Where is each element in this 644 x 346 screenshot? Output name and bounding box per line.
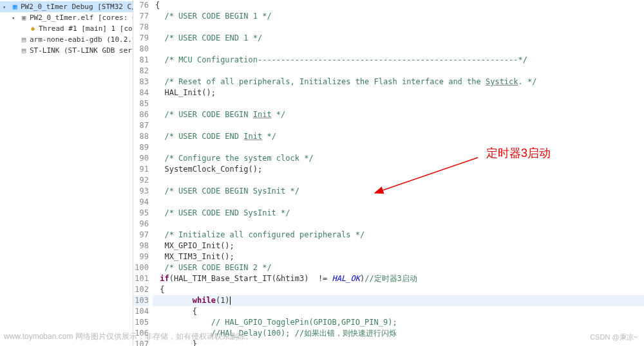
line-number: 76 (133, 0, 149, 11)
line-number: 95 (133, 208, 149, 219)
code-line[interactable] (153, 98, 644, 109)
line-number: 98 (133, 241, 149, 251)
code-line[interactable]: HAL_Init(); (153, 87, 644, 98)
collapse-icon[interactable]: ▾ (3, 4, 9, 10)
code-line[interactable] (153, 66, 644, 77)
code-line[interactable]: if(HAL_TIM_Base_Start_IT(&htim3) != HAL_… (153, 273, 644, 284)
code-line[interactable]: while(1) (153, 295, 644, 306)
line-number: 88 (133, 131, 149, 142)
tree-item-label: ST-LINK (ST-LINK GDB server) (30, 46, 133, 55)
code-area[interactable]: { /* USER CODE BEGIN 1 */ /* USER CODE E… (153, 0, 644, 346)
tree-item-label: PW2_0_tImer Debug [STM32 C/C++ Applic (21, 3, 133, 11)
debug-tree-item[interactable]: ▾▣PW2_0_tImer.elf [cores: 0] (0, 12, 133, 23)
code-line[interactable]: { (153, 306, 644, 317)
line-number: 90 (133, 153, 149, 164)
debug-view-sidebar[interactable]: ▾▦PW2_0_tImer Debug [STM32 C/C++ Applic▾… (0, 0, 133, 346)
terminal-icon: ▤ (20, 36, 28, 44)
line-number: 93 (133, 186, 149, 197)
code-line[interactable]: /* USER CODE BEGIN 1 */ (153, 11, 644, 22)
line-number: 97 (133, 230, 149, 241)
code-line[interactable]: { (153, 284, 644, 295)
line-number: 105 (133, 317, 149, 328)
code-line[interactable]: /* Initialize all configured peripherals… (153, 230, 644, 241)
code-line[interactable]: /* Reset of all peripherals, Initializes… (153, 77, 644, 87)
code-line[interactable]: /* USER CODE END 1 */ (153, 33, 644, 44)
line-number: 92 (133, 175, 149, 186)
line-number: 101 (133, 273, 149, 284)
debug-tree-item[interactable]: ▤arm-none-eabi-gdb (10.2.90.20210621) (0, 34, 133, 45)
collapse-icon[interactable]: ▾ (12, 15, 18, 21)
code-line[interactable]: /* USER CODE BEGIN 2 */ (153, 262, 644, 273)
code-line[interactable] (153, 219, 644, 230)
code-line[interactable]: MX_TIM3_Init(); (153, 251, 644, 262)
line-number: 102 (133, 284, 149, 295)
line-number: 79 (133, 33, 149, 44)
line-number: 80 (133, 44, 149, 55)
watermark-left: www.toymoban.com 网络图片仅供展示，非存储，如有侵权请联系删除。 (4, 331, 253, 342)
code-line[interactable]: /* MCU Configuration--------------------… (153, 55, 644, 66)
code-line[interactable]: SystemClock_Config(); (153, 164, 644, 175)
code-line[interactable] (153, 175, 644, 186)
line-number: 104 (133, 306, 149, 317)
line-number: 85 (133, 98, 149, 109)
code-line[interactable]: /* USER CODE BEGIN Init */ (153, 109, 644, 120)
line-number: 94 (133, 197, 149, 208)
thread-icon: ◆ (29, 25, 37, 33)
code-line[interactable] (153, 22, 644, 33)
line-number: 91 (133, 164, 149, 175)
code-line[interactable]: // HAL_GPIO_TogglePin(GPIOB,GPIO_PIN_9); (153, 317, 644, 328)
code-line[interactable] (153, 120, 644, 131)
watermark-right: CSDN @秉凉~ (590, 332, 638, 342)
line-number: 89 (133, 142, 149, 153)
code-line[interactable]: /* USER CODE END Init */ (153, 131, 644, 142)
line-number: 83 (133, 77, 149, 87)
debug-config-icon: ▦ (11, 3, 19, 11)
code-line[interactable]: MX_GPIO_Init(); (153, 241, 644, 251)
code-line[interactable]: /* USER CODE END SysInit */ (153, 208, 644, 219)
code-editor[interactable]: 7677787980818283848586878889909192939495… (133, 0, 644, 346)
debug-tree-item[interactable]: ▤ST-LINK (ST-LINK GDB server) (0, 45, 133, 56)
text-cursor (230, 296, 231, 305)
line-number: 84 (133, 87, 149, 98)
line-number: 82 (133, 66, 149, 77)
code-line[interactable] (153, 44, 644, 55)
line-number: 96 (133, 219, 149, 230)
chip-icon: ▣ (20, 14, 28, 22)
line-number: 100 (133, 262, 149, 273)
code-line[interactable]: /* USER CODE BEGIN SysInit */ (153, 186, 644, 197)
code-line[interactable]: { (153, 0, 644, 11)
code-line[interactable]: /* Configure the system clock */ (153, 153, 644, 164)
line-number: 87 (133, 120, 149, 131)
tree-item-label: PW2_0_tImer.elf [cores: 0] (30, 14, 133, 22)
line-number: 81 (133, 55, 149, 66)
code-line[interactable] (153, 142, 644, 153)
annotation-label: 定时器3启动 (486, 148, 551, 159)
tree-item-label: Thread #1 [main] 1 [core: 0] (Running (39, 24, 133, 33)
debug-tree-item[interactable]: ◆Thread #1 [main] 1 [core: 0] (Running (0, 23, 133, 34)
tree-item-label: arm-none-eabi-gdb (10.2.90.20210621) (30, 35, 133, 44)
line-number: 86 (133, 109, 149, 120)
line-number: 103 (133, 295, 149, 306)
debug-tree-item[interactable]: ▾▦PW2_0_tImer Debug [STM32 C/C++ Applic (0, 1, 133, 12)
line-number-gutter: 7677787980818283848586878889909192939495… (133, 0, 153, 346)
line-number: 99 (133, 251, 149, 262)
line-number: 78 (133, 22, 149, 33)
terminal-icon: ▤ (20, 47, 28, 55)
line-number: 77 (133, 11, 149, 22)
code-line[interactable] (153, 197, 644, 208)
